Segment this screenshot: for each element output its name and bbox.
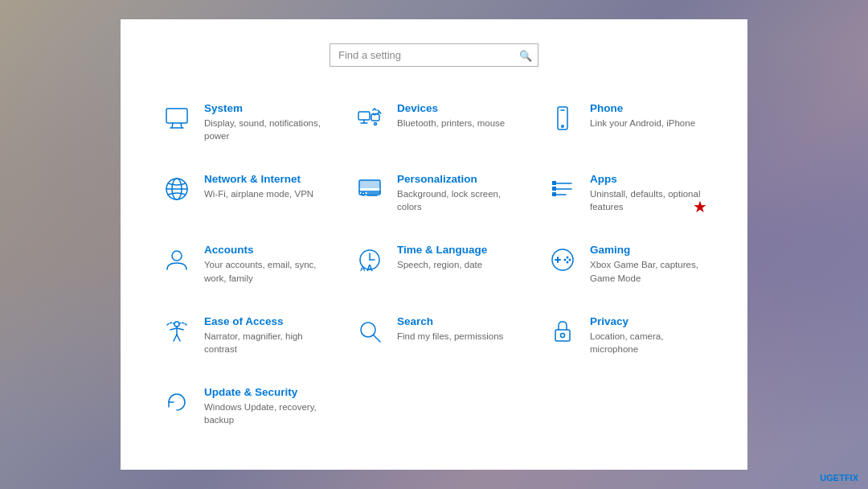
svg-point-25 [172, 251, 182, 261]
svg-point-36 [174, 322, 179, 327]
svg-line-2 [181, 123, 182, 128]
settings-item-update[interactable]: Update & Security Windows Update, recove… [153, 375, 330, 438]
apps-icon [547, 173, 579, 205]
svg-point-11 [562, 125, 563, 127]
svg-point-34 [564, 259, 567, 261]
network-desc: Wi-Fi, airplane mode, VPN [204, 187, 313, 200]
settings-item-accounts[interactable]: Accounts Your accounts, email, sync, wor… [153, 232, 330, 295]
time-title: Time & Language [397, 244, 487, 256]
search-icon [354, 315, 386, 347]
phone-title: Phone [590, 102, 695, 114]
privacy-title: Privacy [590, 315, 707, 327]
personalization-title: Personalization [397, 173, 514, 185]
settings-item-gaming[interactable]: Gaming Xbox Game Bar, captures, Game Mod… [538, 232, 715, 295]
svg-rect-0 [166, 109, 187, 123]
update-text: Update & Security Windows Update, recove… [204, 386, 321, 426]
accounts-title: Accounts [204, 244, 321, 256]
system-icon [161, 102, 193, 134]
svg-text:A: A [360, 265, 366, 273]
phone-desc: Link your Android, iPhone [590, 117, 695, 129]
search-bar: 🔍 [330, 43, 538, 67]
accounts-text: Accounts Your accounts, email, sync, wor… [204, 244, 321, 284]
watermark: UGETFIX [820, 473, 858, 483]
update-icon [161, 386, 193, 418]
apps-star-badge: ★ [693, 197, 707, 216]
settings-item-system[interactable]: System Display, sound, notifications, po… [153, 91, 330, 154]
network-text: Network & Internet Wi-Fi, airplane mode,… [204, 173, 313, 200]
system-title: System [204, 102, 321, 114]
svg-rect-4 [358, 112, 370, 120]
accounts-desc: Your accounts, email, sync, work, family [204, 258, 321, 284]
svg-point-33 [569, 259, 571, 261]
phone-icon [547, 102, 579, 134]
settings-item-ease[interactable]: Ease of Access Narrator, magnifier, high… [153, 304, 330, 367]
network-icon [161, 173, 193, 205]
svg-line-1 [172, 123, 173, 128]
svg-rect-39 [555, 330, 570, 341]
svg-rect-22 [552, 181, 556, 185]
privacy-icon [547, 315, 579, 347]
personalization-desc: Background, lock screen, colors [397, 187, 514, 213]
search-text: Search Find my files, permissions [397, 315, 503, 343]
svg-rect-16 [359, 180, 380, 188]
settings-item-phone[interactable]: Phone Link your Android, iPhone [538, 91, 715, 154]
svg-point-37 [361, 323, 375, 337]
apps-text: Apps Uninstall, defaults, optional featu… [590, 173, 707, 213]
system-text: System Display, sound, notifications, po… [204, 102, 321, 142]
find-a-setting-input[interactable] [330, 43, 538, 67]
time-icon: A A [354, 244, 386, 276]
privacy-text: Privacy Location, camera, microphone [590, 315, 707, 355]
settings-window: 🔍 System Display, sound, notifications, … [121, 19, 747, 470]
svg-point-18 [362, 192, 365, 195]
search-bar-container: 🔍 [153, 43, 715, 67]
search-desc: Find my files, permissions [397, 330, 503, 343]
phone-text: Phone Link your Android, iPhone [590, 102, 695, 129]
ease-desc: Narrator, magnifier, high contrast [204, 330, 321, 355]
svg-point-35 [567, 261, 569, 264]
gaming-icon [547, 244, 579, 276]
svg-point-40 [561, 333, 565, 337]
svg-point-32 [567, 257, 569, 259]
gaming-title: Gaming [590, 244, 707, 256]
settings-item-devices[interactable]: Devices Bluetooth, printers, mouse [346, 91, 522, 154]
devices-text: Devices Bluetooth, printers, mouse [397, 102, 505, 129]
svg-rect-23 [552, 187, 556, 191]
settings-grid: System Display, sound, notifications, po… [153, 91, 715, 438]
update-desc: Windows Update, recovery, backup [204, 401, 321, 426]
time-text: Time & Language Speech, region, date [397, 244, 487, 271]
settings-item-search[interactable]: Search Find my files, permissions [346, 304, 522, 367]
time-desc: Speech, region, date [397, 258, 487, 271]
settings-item-apps[interactable]: Apps Uninstall, defaults, optional featu… [538, 162, 715, 224]
ease-text: Ease of Access Narrator, magnifier, high… [204, 315, 321, 355]
svg-point-8 [375, 123, 377, 125]
system-desc: Display, sound, notifications, power [204, 117, 321, 142]
devices-icon [354, 102, 386, 134]
settings-item-personalization[interactable]: Personalization Background, lock screen,… [346, 162, 522, 224]
privacy-desc: Location, camera, microphone [590, 330, 707, 355]
settings-item-time[interactable]: A A Time & Language Speech, region, date [346, 232, 522, 295]
settings-item-privacy[interactable]: Privacy Location, camera, microphone [538, 304, 715, 367]
personalization-text: Personalization Background, lock screen,… [397, 173, 514, 213]
personalization-icon [354, 173, 386, 205]
apps-title: Apps [590, 173, 707, 185]
svg-text:A: A [366, 263, 373, 273]
svg-rect-5 [371, 114, 379, 121]
search-title: Search [397, 315, 503, 327]
devices-title: Devices [397, 102, 505, 114]
settings-item-network[interactable]: Network & Internet Wi-Fi, airplane mode,… [153, 162, 330, 224]
gaming-desc: Xbox Game Bar, captures, Game Mode [590, 258, 707, 284]
apps-desc: Uninstall, defaults, optional features [590, 187, 707, 213]
accounts-icon [161, 244, 193, 276]
ease-title: Ease of Access [204, 315, 321, 327]
search-icon: 🔍 [519, 49, 532, 61]
gaming-text: Gaming Xbox Game Bar, captures, Game Mod… [590, 244, 707, 284]
svg-rect-24 [552, 192, 556, 196]
devices-desc: Bluetooth, printers, mouse [397, 117, 505, 129]
network-title: Network & Internet [204, 173, 313, 185]
ease-icon [161, 315, 193, 347]
svg-line-38 [374, 335, 380, 342]
update-title: Update & Security [204, 386, 321, 398]
